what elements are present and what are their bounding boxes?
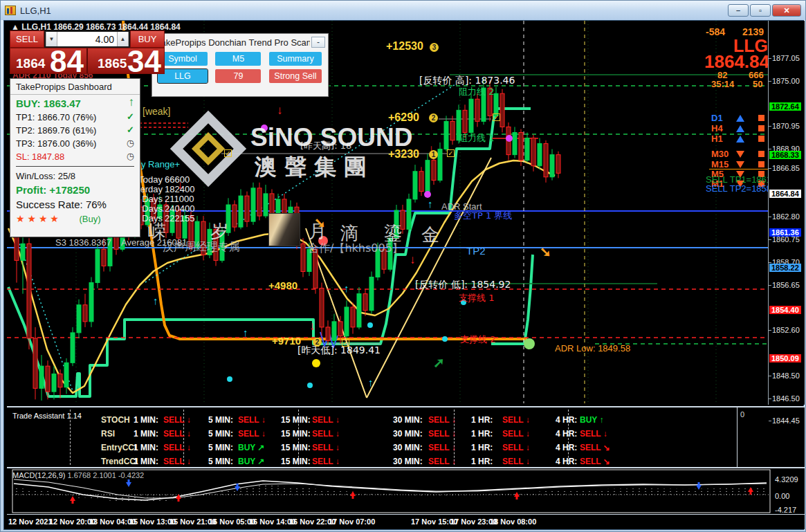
restore-button[interactable]: ▫ bbox=[750, 4, 771, 17]
ta-signal: SELL ↘ bbox=[580, 457, 610, 466]
scanner-minimize-button[interactable]: - bbox=[311, 37, 325, 48]
tf-square-icon bbox=[758, 136, 764, 142]
wm-brand: SiNO SOUND bbox=[250, 123, 412, 152]
check-4: ✓ bbox=[342, 339, 349, 347]
sell-price-main: 1864 bbox=[16, 56, 45, 71]
ta-signal: SELL ↓ bbox=[428, 443, 456, 452]
ta-signal: SELL ↓ bbox=[163, 457, 191, 466]
price-tick: 1856.65 bbox=[772, 281, 800, 289]
arrow-up-2: ↑ bbox=[243, 327, 248, 338]
check-3: ✓ bbox=[224, 149, 232, 157]
minimize-button[interactable]: – bbox=[728, 4, 749, 17]
ta-signal: SELL ↘ bbox=[580, 443, 610, 452]
ta-timeframe-label: 1 HR: bbox=[471, 457, 493, 466]
scanner-header-summary[interactable]: Summary bbox=[269, 52, 322, 66]
ta-timeframe-label: 4 HR: bbox=[556, 443, 577, 452]
tf-up-triangle-icon bbox=[736, 115, 744, 122]
yesterday-low: [昨天低]: 1849.41 bbox=[297, 345, 381, 357]
watermark-photo bbox=[268, 213, 300, 246]
wm-cjk: 澳 聲 集 團 bbox=[255, 152, 366, 183]
tf-label-h4: H4 bbox=[711, 123, 723, 134]
plus-9710: +9710 bbox=[272, 335, 301, 347]
ta-timeframe-label: 15 MIN: bbox=[281, 457, 311, 466]
badge-2b: 2 bbox=[313, 338, 322, 347]
tf-square-icon bbox=[758, 161, 764, 167]
ta-separator bbox=[70, 410, 71, 465]
tf-panel-divider bbox=[709, 169, 768, 169]
price-badge: 1850.09 bbox=[769, 354, 801, 363]
chart-plot[interactable]: ▲ LLG,H1 1866.29 1866.73 1864.44 1864.84… bbox=[7, 21, 805, 405]
price-badge: 1872.64 bbox=[769, 102, 801, 111]
ta-timeframe-label: 4 HR: bbox=[556, 429, 577, 439]
scanner-header-m5[interactable]: M5 bbox=[215, 52, 261, 66]
tf-label-h1: H1 bbox=[711, 134, 723, 144]
price-tick: 1875.00 bbox=[772, 77, 800, 85]
support-2: 支撑线 2 bbox=[460, 333, 495, 346]
macd-value-2: 2.1001 bbox=[93, 471, 116, 479]
price-axis[interactable]: 1877.051875.001870.951868.901866.851862.… bbox=[768, 21, 802, 405]
window-title: LLG,H1 bbox=[20, 6, 51, 16]
arrow-up-1: ↑ bbox=[153, 295, 158, 306]
ta-timeframe-label: 4 HR: bbox=[556, 457, 577, 466]
dashboard-tp1: TP1: 1866.70 (76%) bbox=[16, 112, 96, 122]
ta-signal: SELL ↓ bbox=[312, 429, 340, 439]
tf-up-triangle-icon bbox=[736, 136, 744, 143]
rev-low: [反转价 低]: 1854.92 bbox=[415, 279, 511, 291]
check-2: ✓ bbox=[447, 149, 455, 157]
ta-signal: SELL ↓ bbox=[502, 457, 530, 466]
scanner-symbol-llg[interactable]: LLG bbox=[158, 69, 208, 83]
ta-signal: SELL ↓ bbox=[428, 429, 456, 439]
resist-1: 阻力线 1 bbox=[459, 132, 494, 145]
ta-timeframe-label: 1 MIN: bbox=[134, 443, 158, 452]
ta-indicator-label: STOCH bbox=[101, 415, 130, 425]
stat-value-4: 240400 bbox=[165, 203, 194, 214]
price-tick: 1846.50 bbox=[772, 394, 800, 403]
time-axis[interactable]: 12 Nov 202112 Nov 20:0013 Nov 04:0015 No… bbox=[7, 514, 805, 529]
buy-price-main: 1865 bbox=[98, 56, 127, 71]
ta-timeframe-label: 15 MIN: bbox=[281, 415, 311, 425]
sell-price-box[interactable]: 1864 84 bbox=[10, 48, 86, 73]
app-icon bbox=[5, 6, 16, 15]
dashboard-tp2: TP2: 1869.76 (61%) bbox=[16, 125, 96, 136]
wm-char-6: 金 bbox=[421, 223, 439, 247]
ta-signal: SELL ↓ bbox=[163, 443, 191, 452]
scanner-title: TakePropips Donchian Trend Pro Scanner bbox=[156, 37, 310, 48]
ta-indicator-label: TrendCCI bbox=[101, 457, 138, 466]
stat-value-3: 211000 bbox=[165, 194, 194, 204]
stat-s3: S3 1836.8367 bbox=[55, 237, 111, 248]
ta-signal: SELL ↓ bbox=[428, 457, 456, 466]
ta-signal: SELL ↓ bbox=[238, 429, 266, 439]
scanner-signal[interactable]: Strong Sell bbox=[269, 69, 322, 83]
sell-button[interactable]: SELL bbox=[10, 30, 44, 48]
ta-timeframe-label: 1 MIN: bbox=[134, 429, 158, 439]
window-titlebar[interactable]: LLG,H1 – ▫ ✕ bbox=[1, 1, 805, 20]
macd-axis-label: 4.3209 bbox=[775, 475, 798, 484]
macd-value-1: 1.6768 bbox=[67, 471, 91, 479]
scanner-header-symbol[interactable]: Symbol bbox=[158, 52, 208, 66]
macd-panel: MACD(12,26,9) 1.6768 2.1001 -0.4232 4.32… bbox=[7, 467, 805, 514]
scanner-score[interactable]: 79 bbox=[215, 69, 261, 83]
close-button[interactable]: ✕ bbox=[772, 4, 801, 17]
price-badge: 1858.22 bbox=[769, 264, 801, 272]
tp3-clock-icon: ◷ bbox=[127, 138, 134, 148]
resist-2: 阻力线 2 bbox=[459, 86, 494, 98]
one-click-trading-widget: SELL ▼ 4.00 ▲ BUY 1864 84 1865 34 bbox=[10, 30, 165, 74]
trade-assistant-title: Trade Assistant 1.14 bbox=[12, 412, 82, 420]
trade-assistant-panel: Trade Assistant 1.14 0 STOCH1 MIN:SELL ↓… bbox=[7, 406, 805, 467]
label-weak: [weak] bbox=[143, 106, 170, 117]
ta-signal: SELL ↓ bbox=[428, 415, 456, 425]
arrow-up-5: ↑ bbox=[428, 198, 433, 210]
arrow-up-3: ↑ bbox=[344, 282, 349, 294]
time-axis-label: 17 Nov 07:00 bbox=[329, 517, 375, 526]
ta-timeframe-label: 5 MIN: bbox=[208, 443, 233, 452]
label-range: y Range+ bbox=[141, 159, 180, 169]
info-d: 50 bbox=[753, 79, 762, 89]
arrow-orange-2: ➘ bbox=[540, 244, 551, 260]
badge-2: 2 bbox=[429, 113, 438, 122]
price-badge: 1868.33 bbox=[769, 151, 801, 159]
arrow-orange: ➘ bbox=[314, 214, 326, 231]
tp2-check-icon: ✓ bbox=[127, 125, 134, 135]
donchian-rise bbox=[491, 255, 533, 344]
buy-price-box[interactable]: 1865 34 bbox=[86, 48, 164, 73]
arrow-down-2: ↓ bbox=[277, 104, 283, 118]
